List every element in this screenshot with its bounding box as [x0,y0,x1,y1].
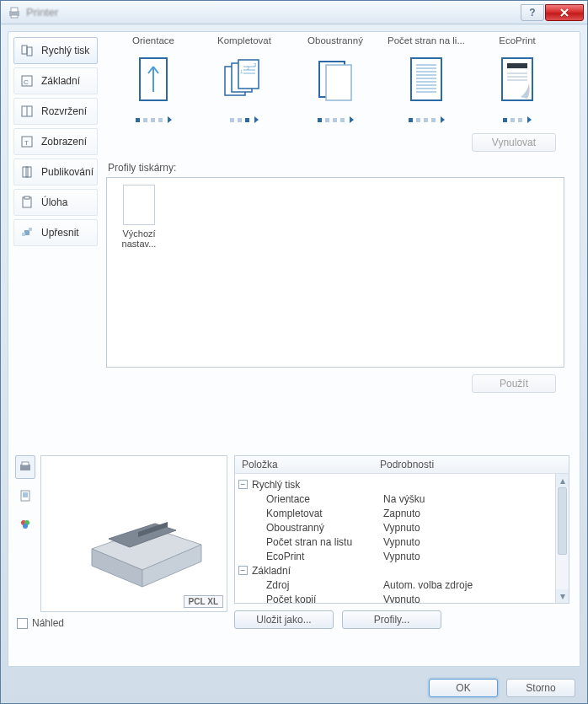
details-key: Orientace [266,493,310,505]
qp-duplex[interactable]: Oboustranný [293,35,377,123]
details-key: Počet kopií [266,594,316,605]
tab-basic[interactable]: C Základní [13,67,98,94]
preview-tab-page[interactable] [15,484,35,508]
publishing-icon [19,164,35,180]
details-row[interactable]: −Rychlý tisk [238,477,569,492]
dialog-window: Printer ? Rychlý tisk C Základní R [0,0,588,704]
details-key: Zdroj [266,579,289,591]
details-row[interactable]: −Základní [238,563,569,578]
ok-button[interactable]: OK [429,679,498,697]
svg-rect-12 [26,167,31,177]
svg-rect-11 [23,167,28,177]
qp-orientation[interactable]: Orientace [111,35,195,123]
tree-expander-icon[interactable]: − [238,480,248,489]
tab-label: Úloha [41,196,67,208]
printer-icon [8,6,21,19]
duplex-icon [293,49,377,110]
main-panel: Rychlý tisk C Základní Rozvržení T Zobra… [8,31,580,667]
profiles-button[interactable]: Profily... [342,610,441,629]
ecoprint-icon [475,49,559,110]
scroll-down-button[interactable]: ▾ [555,589,569,603]
color-small-icon [19,518,32,531]
help-button[interactable]: ? [521,4,544,21]
scrollbar-thumb[interactable] [558,487,567,555]
details-listbox[interactable]: −Rychlý tiskOrientaceNa výškuKompletovat… [234,474,569,604]
qp-label: Počet stran na li... [384,35,468,46]
details-key: Základní [252,565,291,577]
cancel-button[interactable]: Storno [506,679,575,697]
profiles-label: Profily tiskárny: [108,162,564,174]
tab-label: Základní [41,75,80,87]
collate-icon: 321 [202,49,286,110]
tab-label: Upřesnit [41,227,79,239]
tree-expander-icon[interactable]: − [238,566,248,575]
details-row[interactable]: EcoPrintVypnuto [238,549,569,563]
qp-collate[interactable]: Kompletovat 321 [202,35,286,123]
printer-small-icon [19,460,32,474]
svg-point-53 [23,524,28,529]
preview-checkbox-row[interactable]: Náhled [15,617,227,629]
details-row[interactable]: OrientaceNa výšku [238,492,569,506]
scroll-up-button[interactable]: ▴ [555,474,569,487]
checkbox-icon[interactable] [17,618,28,629]
tab-publishing[interactable]: Publikování [13,159,98,185]
preview-checkbox-label: Náhled [32,617,64,629]
close-button[interactable] [545,4,584,21]
details-key: EcoPrint [266,551,304,562]
details-value: Na výšku [383,493,569,505]
preview-canvas: PCL XL [40,455,227,612]
qp-label: EcoPrint [475,35,559,46]
details-row[interactable]: OboustrannýVypnuto [238,520,569,535]
svg-rect-1 [11,8,18,12]
scrollbar-track[interactable] [555,487,569,589]
tab-job[interactable]: Úloha [13,189,98,216]
tab-imaging[interactable]: T Zobrazení [13,128,98,155]
svg-text:C: C [24,78,29,86]
tab-strip: Rychlý tisk C Základní Rozvržení T Zobra… [8,32,103,450]
pages-per-sheet-icon [384,49,468,110]
titlebar: Printer ? [1,1,587,24]
svg-rect-16 [22,233,25,236]
details-row[interactable]: Počet kopiíVypnuto [238,592,569,604]
apply-button[interactable]: Použít [472,374,556,393]
qp-label: Oboustranný [293,35,377,46]
details-value: Vypnuto [383,551,569,562]
svg-rect-46 [22,462,29,465]
profile-item-default[interactable]: Výchozí nastav... [114,185,164,360]
details-row[interactable]: ZdrojAutom. volba zdroje [238,578,569,592]
tab-layout[interactable]: Rozvržení [13,98,98,125]
details-value: Vypnuto [383,594,569,605]
qp-ecoprint[interactable]: EcoPrint [475,35,559,123]
pdl-badge: PCL XL [184,595,223,608]
reset-button[interactable]: Vynulovat [472,133,556,152]
preview-tab-color[interactable] [15,513,35,536]
details-value: Zapnuto [383,508,569,519]
dialog-footer: OK Storno [1,673,587,703]
tab-label: Rychlý tisk [41,45,89,56]
profiles-listbox[interactable]: Výchozí nastav... [106,177,564,368]
details-value: Autom. volba zdroje [383,579,569,591]
save-as-button[interactable]: Uložit jako... [234,610,334,629]
details-key: Oboustranný [266,522,324,534]
details-col-item[interactable]: Položka [235,459,380,470]
profile-item-label: Výchozí nastav... [114,228,164,249]
imaging-icon: T [19,134,35,149]
details-col-detail[interactable]: Podrobnosti [380,459,555,470]
tab-advanced[interactable]: Upřesnit [13,219,98,246]
tab-label: Rozvržení [41,105,87,117]
svg-rect-14 [24,196,29,199]
details-value: Vypnuto [383,536,569,548]
window-title: Printer [26,6,521,19]
tab-quick-print[interactable]: Rychlý tisk [13,37,98,64]
job-icon [19,195,35,210]
svg-rect-2 [11,15,18,18]
svg-rect-47 [21,491,29,501]
orientation-icon [111,49,195,110]
close-icon [559,8,569,17]
preview-tab-printer[interactable] [15,455,35,479]
details-row[interactable]: KompletovatZapnuto [238,506,569,520]
details-row[interactable]: Počet stran na listuVypnuto [238,535,569,549]
svg-rect-29 [326,65,351,100]
layout-icon [19,104,35,119]
qp-pages-per-sheet[interactable]: Počet stran na li... [384,35,468,123]
